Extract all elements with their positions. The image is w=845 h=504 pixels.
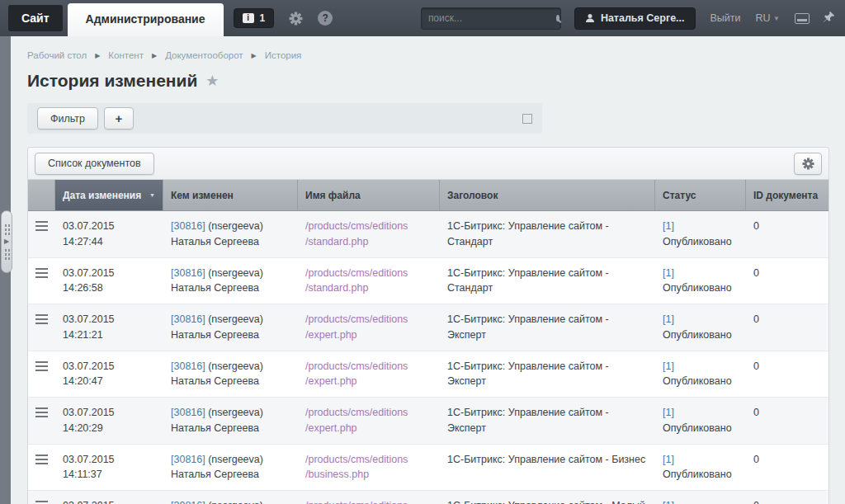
row-menu-icon[interactable] [35, 221, 48, 231]
table-header: Дата изменения ▼ Кем изменен Имя файла З… [28, 180, 828, 211]
language-selector[interactable]: RU ▼ [756, 12, 780, 24]
breadcrumb-separator-icon: ▶ [152, 52, 157, 59]
breadcrumb-separator-icon: ▶ [95, 52, 100, 59]
settings-gear-icon[interactable] [289, 12, 303, 26]
notifications-button[interactable]: i 1 [234, 8, 275, 28]
gear-icon [802, 158, 814, 170]
column-label: Дата изменения [63, 190, 141, 201]
file-name-link[interactable]: /business.php [305, 467, 432, 483]
file-path-link[interactable]: /products/cms/editions [305, 452, 432, 468]
column-header-filename[interactable]: Имя файла [298, 180, 440, 210]
editor-name: Наталья Сергеева [171, 375, 259, 387]
column-header-date[interactable]: Дата изменения ▼ [55, 180, 163, 210]
filter-button[interactable]: Фильтр [37, 107, 98, 130]
time-value: 14:27:44 [63, 236, 103, 247]
status-code-link[interactable]: [1] [663, 360, 674, 372]
cell-status: [1] Опубликовано [655, 304, 746, 351]
logout-link[interactable]: Выйти [710, 12, 741, 24]
column-row-menu [28, 180, 55, 210]
status-code-link[interactable]: [1] [663, 454, 674, 465]
date-value: 03.07.2015 [63, 500, 115, 504]
row-menu-icon[interactable] [35, 268, 48, 278]
breadcrumb-item-desktop[interactable]: Рабочий стол [27, 50, 87, 60]
grid-settings-button[interactable] [794, 153, 822, 175]
cell-filename: /products/cms/editions /business.php [298, 445, 440, 491]
filter-collapse-icon[interactable] [522, 114, 532, 124]
page-header: История изменений ★ [27, 71, 829, 91]
filter-add-button[interactable]: + [104, 107, 134, 130]
sidebar-toggle[interactable]: ▶ [1, 210, 12, 273]
cell-date: 03.07.2015 14:11:37 [55, 445, 163, 491]
filter-panel: Фильтр + [27, 103, 542, 134]
search-input[interactable] [428, 12, 556, 24]
help-icon[interactable]: ? [318, 11, 333, 26]
tab-site[interactable]: Сайт [8, 5, 63, 31]
pin-icon[interactable] [823, 11, 835, 26]
table-body: 03.07.2015 14:27:44 [30816] (nsergeeva) … [28, 211, 828, 504]
file-path-link[interactable]: /products/cms/editions [305, 498, 432, 504]
editor-id-link[interactable]: [30816] [171, 500, 205, 504]
cell-editor: [30816] (nsergeeva) Наталья Сергеева [163, 304, 298, 351]
content-area: Рабочий стол ▶ Контент ▶ Документооборот… [11, 36, 845, 504]
user-menu-button[interactable]: Наталья Серге... [574, 7, 696, 30]
row-menu-icon[interactable] [35, 501, 48, 504]
table-row: 03.07.2015 14:27:44 [30816] (nsergeeva) … [28, 211, 828, 258]
sort-desc-icon: ▼ [144, 192, 155, 198]
file-path-link[interactable]: /products/cms/editions [305, 266, 432, 281]
row-menu-icon[interactable] [35, 407, 48, 417]
cell-doc-id: 0 [746, 304, 828, 351]
editor-login: (nsergeeva) [208, 407, 263, 418]
file-name-link[interactable]: /standard.php [305, 234, 432, 250]
main-area: ▶ Рабочий стол ▶ Контент ▶ Документообор… [0, 36, 845, 504]
interface-settings-icon[interactable] [795, 13, 810, 24]
row-menu-icon[interactable] [35, 314, 48, 324]
time-value: 14:11:37 [63, 469, 102, 480]
cell-doc-id: 0 [746, 258, 828, 304]
file-path-link[interactable]: /products/cms/editions [305, 312, 432, 327]
column-header-title[interactable]: Заголовок [440, 180, 655, 210]
status-code-link[interactable]: [1] [663, 220, 674, 232]
column-header-doc-id[interactable]: ID документа [746, 180, 828, 210]
editor-id-link[interactable]: [30816] [171, 407, 205, 418]
file-path-link[interactable]: /products/cms/editions [305, 405, 432, 421]
file-name-link[interactable]: /expert.php [305, 374, 432, 389]
cell-status: [1] Опубликовано [655, 445, 746, 491]
file-path-link[interactable]: /products/cms/editions [305, 219, 432, 234]
cell-status: [1] Опубликовано [655, 258, 746, 304]
editor-id-link[interactable]: [30816] [171, 267, 205, 279]
breadcrumb-item-content[interactable]: Контент [108, 50, 144, 60]
favorite-star-icon[interactable]: ★ [205, 72, 219, 90]
cell-title: 1С-Битрикс: Управление сайтом - Бизнес [440, 445, 655, 491]
column-header-status[interactable]: Статус [655, 180, 746, 210]
tab-administration[interactable]: Администрирование [68, 3, 224, 36]
search-icon[interactable] [556, 15, 559, 21]
cell-filename: /products/cms/editions /expert.php [298, 351, 440, 398]
status-code-link[interactable]: [1] [663, 407, 674, 418]
status-label: Опубликовано [663, 282, 732, 294]
editor-id-link[interactable]: [30816] [171, 454, 205, 465]
file-path-link[interactable]: /products/cms/editions [305, 359, 432, 374]
column-header-editor[interactable]: Кем изменен [163, 180, 298, 210]
status-label: Опубликовано [663, 236, 732, 247]
file-name-link[interactable]: /expert.php [305, 421, 432, 436]
file-name-link[interactable]: /expert.php [305, 327, 432, 343]
cell-editor: [30816] (nsergeeva) Наталья Сергеева [163, 445, 298, 491]
breadcrumb-item-history[interactable]: История [265, 50, 302, 60]
editor-id-link[interactable]: [30816] [171, 360, 205, 372]
table-row: 03.07.2015 14:21:21 [30816] (nsergeeva) … [28, 304, 828, 351]
status-label: Опубликовано [663, 469, 732, 480]
editor-id-link[interactable]: [30816] [171, 220, 205, 232]
file-name-link[interactable]: /standard.php [305, 280, 432, 296]
table-row: 03.07.2015 14:06:30 [30816] (nsergeeva) … [28, 491, 828, 504]
cell-status: [1] Опубликовано [655, 491, 746, 504]
row-menu-icon[interactable] [35, 455, 48, 464]
row-menu-icon[interactable] [35, 361, 48, 371]
status-code-link[interactable]: [1] [663, 267, 674, 279]
status-code-link[interactable]: [1] [663, 500, 674, 504]
search-box[interactable] [421, 7, 561, 30]
cell-filename: /products/cms/editions /expert.php [298, 398, 440, 444]
status-code-link[interactable]: [1] [663, 313, 674, 325]
documents-list-button[interactable]: Список документов [35, 153, 154, 175]
editor-id-link[interactable]: [30816] [171, 313, 205, 325]
breadcrumb-item-workflow[interactable]: Документооборот [165, 50, 243, 60]
